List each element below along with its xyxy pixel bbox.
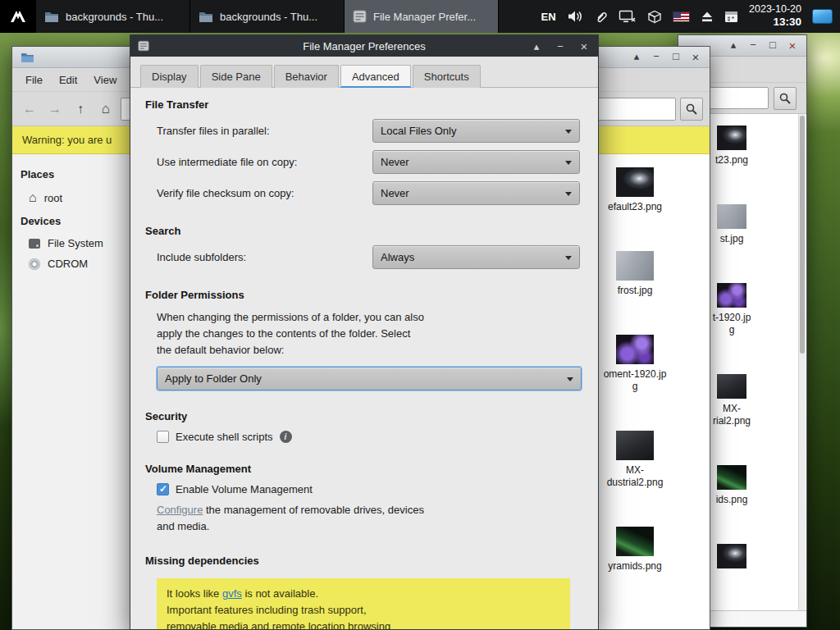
intermediate-file-dropdown[interactable]: Never (372, 150, 580, 174)
volume-icon[interactable] (567, 10, 583, 23)
file-item[interactable]: MX-rial2.png (703, 374, 760, 427)
minimize-button-icon[interactable] (555, 41, 566, 52)
enable-volume-management-checkbox[interactable] (157, 483, 169, 495)
file-manager-icon (138, 40, 149, 52)
display-settings-icon[interactable] (812, 9, 833, 24)
sidebar-item-filesystem[interactable]: File System (12, 233, 135, 253)
language-indicator[interactable]: EN (541, 11, 556, 23)
file-item[interactable]: ids.png (703, 465, 760, 506)
file-name: st.jpg (720, 233, 744, 245)
section-heading-folder-permissions: Folder Permissions (145, 289, 580, 301)
file-item[interactable]: MX-dustrial2.png (590, 431, 680, 489)
flag-canton (673, 12, 681, 18)
minimize-button-icon[interactable] (651, 51, 662, 63)
up-button-icon[interactable] (70, 98, 91, 120)
configure-link[interactable]: Configure (157, 504, 203, 516)
dropdown-value: Never (381, 187, 409, 199)
warning-line-1: It looks like gvfs is not available. (167, 586, 560, 602)
back-button-icon[interactable] (19, 98, 40, 120)
window-controls (631, 51, 710, 63)
transfer-parallel-dropdown[interactable]: Local Files Only (372, 119, 580, 143)
info-icon[interactable] (280, 431, 292, 443)
file-item[interactable] (703, 544, 760, 573)
eject-icon[interactable] (701, 11, 714, 23)
file-item[interactable]: t23.png (703, 126, 760, 167)
dropdown-value: Apply to Folder Only (165, 372, 262, 385)
file-name: yramids.png (608, 560, 661, 573)
file-item[interactable]: efault23.png (590, 167, 680, 213)
sidebar-item-root[interactable]: root (12, 186, 135, 209)
tab-behavior[interactable]: Behavior (274, 65, 339, 88)
search-icon (778, 92, 792, 105)
scrollbar[interactable] (798, 114, 806, 610)
preferences-dialog: File Manager Preferences Display Side Pa… (130, 34, 599, 630)
folder-permissions-dropdown[interactable]: Apply to Folder Only (157, 367, 582, 390)
file-thumbnail (717, 544, 746, 568)
shade-button-icon[interactable] (531, 41, 542, 52)
attachment-icon[interactable] (594, 10, 608, 24)
file-item[interactable]: t-1920.jpg (703, 283, 760, 336)
file-name: efault23.png (608, 201, 662, 213)
search-button[interactable] (680, 98, 703, 121)
file-item[interactable]: oment-1920.jpg (590, 335, 680, 393)
home-button-icon[interactable] (95, 98, 116, 120)
taskbar-item-backgrounds-1[interactable]: backgrounds - Thu... (36, 0, 190, 33)
forward-button-icon[interactable] (44, 98, 66, 120)
checksum-dropdown[interactable]: Never (372, 181, 580, 205)
drive-icon (29, 239, 40, 249)
dialog-title: File Manager Preferences (130, 40, 598, 52)
search-button[interactable] (774, 87, 797, 110)
file-thumbnail (616, 335, 654, 364)
maximize-button-icon[interactable] (670, 51, 682, 63)
section-heading-missing-dependencies: Missing dependencies (145, 555, 580, 567)
app-menu-button[interactable] (0, 0, 36, 33)
package-icon[interactable] (647, 10, 662, 24)
devices-heading: Devices (12, 209, 135, 233)
advanced-tab-content: File Transfer Transfer files in parallel… (130, 88, 598, 629)
file-item[interactable]: st.jpg (703, 204, 760, 245)
file-name: rial2.png (713, 415, 751, 427)
file-thumbnail (616, 431, 654, 460)
scrollbar-thumb[interactable] (800, 116, 805, 354)
window-controls (728, 39, 806, 52)
screen-share-icon[interactable] (619, 10, 637, 24)
calendar-icon[interactable] (724, 10, 738, 23)
places-heading: Places (12, 162, 135, 186)
tab-display[interactable]: Display (140, 65, 199, 88)
file-name: t23.png (715, 154, 748, 167)
sidebar-item-label: CDROM (48, 258, 88, 270)
tab-side-pane[interactable]: Side Pane (200, 65, 272, 88)
sidebar-item-cdrom[interactable]: CDROM (12, 253, 135, 274)
clock[interactable]: 2023-10-20 13:30 (749, 3, 801, 30)
window-controls (531, 35, 590, 57)
menu-edit[interactable]: Edit (51, 70, 85, 90)
titlebar[interactable]: File Manager Preferences (130, 35, 598, 57)
menu-file[interactable]: File (17, 70, 51, 90)
close-button-icon[interactable] (787, 39, 798, 52)
folder-permissions-description: When changing the permissions of a folde… (157, 309, 427, 358)
minimize-button-icon[interactable] (747, 39, 759, 52)
taskbar-item-label: backgrounds - Thu... (66, 11, 163, 23)
taskbar-item-preferences[interactable]: File Manager Prefer... (345, 0, 499, 33)
tab-shortcuts[interactable]: Shortcuts (413, 65, 481, 88)
file-thumbnail (717, 126, 746, 150)
gvfs-link[interactable]: gvfs (222, 587, 242, 600)
menu-view[interactable]: View (85, 70, 125, 90)
section-heading-volume-management: Volume Management (145, 463, 580, 475)
execute-shell-scripts-checkbox[interactable] (157, 431, 169, 443)
include-subfolders-dropdown[interactable]: Always (372, 245, 580, 269)
file-list: efault23.png frost.jpg oment-1920.jpg MX… (590, 167, 680, 610)
close-button-icon[interactable] (578, 40, 590, 52)
us-flag-icon[interactable] (673, 11, 690, 22)
file-name: MX- (607, 464, 664, 477)
shade-button-icon[interactable] (631, 51, 642, 63)
file-item[interactable]: yramids.png (590, 527, 680, 573)
tab-advanced[interactable]: Advanced (340, 65, 411, 88)
close-button-icon[interactable] (690, 51, 701, 63)
mx-logo-icon (7, 6, 29, 27)
maximize-button-icon[interactable] (767, 39, 778, 52)
shade-button-icon[interactable] (728, 39, 739, 52)
file-item[interactable]: frost.jpg (590, 251, 680, 297)
taskbar-item-backgrounds-2[interactable]: backgrounds - Thu... (190, 0, 345, 33)
file-thumbnail (717, 374, 746, 399)
